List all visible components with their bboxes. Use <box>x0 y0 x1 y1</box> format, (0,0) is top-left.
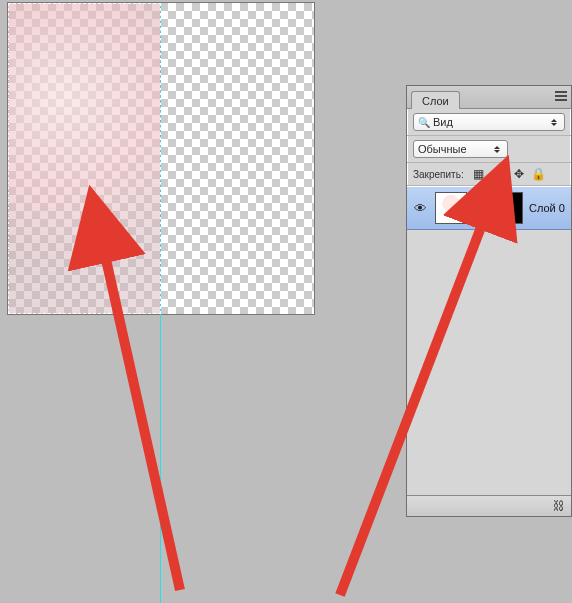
layer-name-label[interactable]: Слой 0 <box>529 202 565 214</box>
lock-row: Закрепить: ▦ ✎ ✥ 🔒 <box>407 163 571 186</box>
layers-panel: Слои Вид Обычные Закрепить: ▦ ✎ ✥ 🔒 👁 ⛓ <box>406 85 572 517</box>
panel-menu-button[interactable] <box>553 88 569 104</box>
blend-mode-value: Обычные <box>418 143 467 155</box>
blend-mode-select[interactable]: Обычные <box>413 140 508 158</box>
dropdown-arrows-icon <box>491 141 503 157</box>
lock-all-icon[interactable]: 🔒 <box>532 167 546 181</box>
tab-layers[interactable]: Слои <box>411 91 460 109</box>
layer-thumbnail[interactable] <box>435 192 467 224</box>
lock-label: Закрепить: <box>413 169 464 180</box>
lock-position-icon[interactable]: ✥ <box>512 167 526 181</box>
layer-filter-label: Вид <box>433 116 453 128</box>
panel-footer: ⛓ <box>407 495 571 516</box>
search-icon <box>418 116 433 128</box>
document-canvas[interactable] <box>8 3 314 314</box>
lock-transparency-icon[interactable]: ▦ <box>472 167 486 181</box>
link-layers-icon[interactable]: ⛓ <box>553 499 565 513</box>
layer-filter-select[interactable]: Вид <box>413 113 565 131</box>
layer-mask-thumbnail[interactable] <box>491 192 523 224</box>
layer-list: 👁 ⛓ Слой 0 <box>407 186 571 495</box>
layer-filter-row: Вид <box>407 109 571 136</box>
layer-row[interactable]: 👁 ⛓ Слой 0 <box>407 186 571 230</box>
blend-mode-row: Обычные <box>407 136 571 163</box>
panel-tabbar: Слои <box>407 86 571 109</box>
visibility-eye-icon[interactable]: 👁 <box>411 201 429 216</box>
dropdown-arrows-icon <box>548 114 560 130</box>
vertical-guide[interactable] <box>160 3 161 603</box>
layer-content-preview <box>8 3 161 314</box>
mask-link-icon[interactable]: ⛓ <box>473 201 485 215</box>
lock-pixels-icon[interactable]: ✎ <box>492 167 506 181</box>
